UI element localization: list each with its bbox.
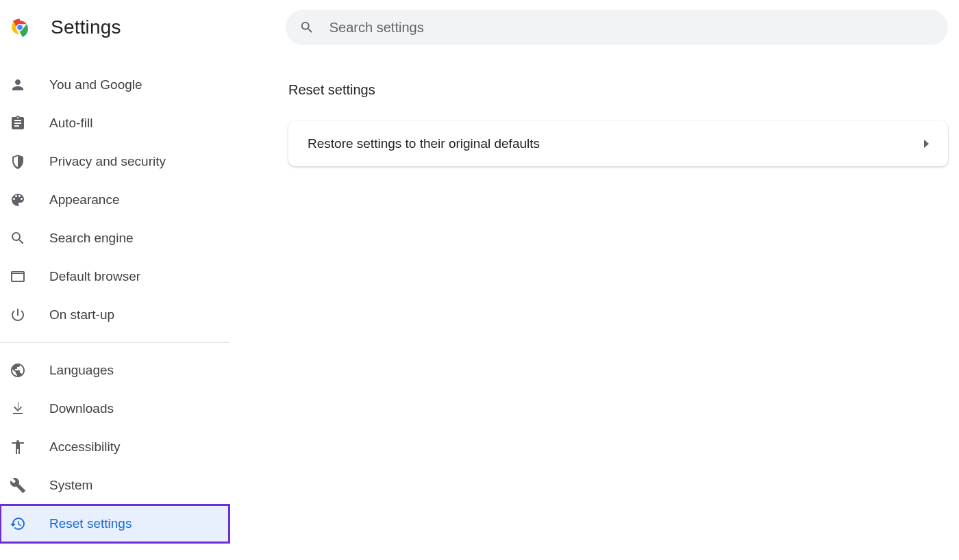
sidebar-item-label: Search engine [49,231,134,246]
search-input[interactable] [329,20,934,36]
reset-icon [10,516,26,532]
sidebar-item-appearance[interactable]: Appearance [0,181,229,219]
sidebar-item-privacy[interactable]: Privacy and security [0,142,229,181]
sidebar-item-autofill[interactable]: Auto-fill [0,104,229,142]
globe-icon [10,362,26,379]
power-icon [10,307,26,323]
search-icon [10,230,26,246]
shield-icon [10,153,26,170]
sidebar-item-accessibility[interactable]: Accessibility [0,428,229,466]
download-icon [10,400,26,417]
palette-icon [10,192,26,208]
sidebar-item-label: Appearance [49,192,119,207]
sidebar-item-system[interactable]: System [0,466,229,505]
sidebar-item-startup[interactable]: On start-up [0,296,229,334]
sidebar-item-label: You and Google [49,77,142,92]
search-bar[interactable] [286,10,948,45]
wrench-icon [10,477,26,494]
clipboard-icon [10,115,26,131]
sidebar-item-reset-settings[interactable]: Reset settings [0,505,229,543]
restore-defaults-row[interactable]: Restore settings to their original defau… [288,121,948,166]
sidebar-item-downloads[interactable]: Downloads [0,390,229,428]
restore-defaults-label: Restore settings to their original defau… [308,136,540,151]
chrome-logo-icon [10,17,30,38]
sidebar-item-you-and-google[interactable]: You and Google [0,66,229,104]
sidebar-item-default-browser[interactable]: Default browser [0,257,229,296]
sidebar-item-languages[interactable]: Languages [0,351,229,390]
sidebar-item-label: Reset settings [49,516,132,531]
header: Settings [0,0,959,55]
section-title: Reset settings [288,82,948,98]
sidebar-item-label: Auto-fill [49,116,92,131]
sidebar-item-label: System [49,478,92,493]
sidebar-item-label: Privacy and security [49,154,166,169]
sidebar-item-label: Downloads [49,401,114,416]
sidebar-item-label: Languages [49,363,114,378]
sidebar: You and Google Auto-fill Privacy and sec… [0,55,229,543]
search-icon [299,20,314,35]
person-icon [10,77,26,93]
page-title: Settings [51,16,121,38]
main-content: Reset settings Restore settings to their… [229,55,959,543]
accessibility-icon [10,439,26,455]
sidebar-item-label: Accessibility [49,440,120,455]
sidebar-item-label: On start-up [49,307,114,322]
sidebar-divider [0,342,229,343]
browser-icon [10,268,26,285]
chevron-right-icon [924,140,929,148]
sidebar-item-search-engine[interactable]: Search engine [0,219,229,257]
sidebar-item-label: Default browser [49,269,140,284]
